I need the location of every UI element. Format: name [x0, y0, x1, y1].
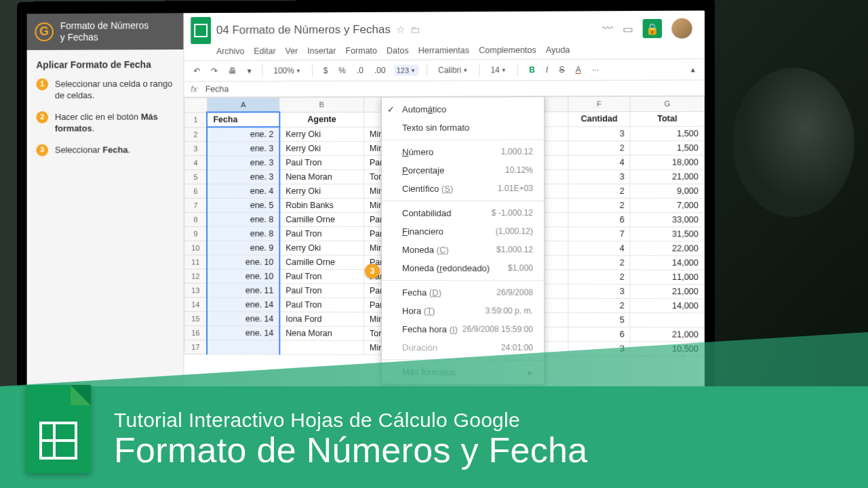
star-icon[interactable]: ☆	[396, 24, 405, 36]
cell[interactable]: Paul Tron	[279, 226, 363, 241]
activity-icon[interactable]: 〰	[602, 22, 613, 35]
fmt-plain-text[interactable]: Texto sin formato	[382, 118, 544, 137]
row-header[interactable]: 14	[184, 298, 208, 312]
zoom-select[interactable]: 100%▼	[271, 64, 303, 77]
cell[interactable]: 2	[568, 256, 631, 270]
cell[interactable]: Paul Tron	[279, 298, 363, 312]
cell[interactable]: ene. 3	[208, 170, 280, 184]
cell[interactable]: 3	[568, 126, 631, 141]
font-select[interactable]: Calibri ▼	[435, 63, 471, 77]
row-header[interactable]: 6	[184, 184, 208, 199]
cell[interactable]: 2	[568, 198, 631, 212]
cell[interactable]: 5	[568, 312, 631, 327]
cell[interactable]: ene. 9	[208, 241, 280, 255]
row-header[interactable]: 13	[184, 283, 208, 298]
fmt-scientific[interactable]: Científico (S)1.01E+03	[382, 180, 544, 198]
cell[interactable]: Nena Moran	[279, 326, 363, 340]
comments-icon[interactable]: ▭	[623, 22, 633, 35]
cell[interactable]: 2	[568, 298, 631, 312]
percent-button[interactable]: %	[336, 64, 349, 77]
toolbar-more-button[interactable]: ···	[589, 63, 601, 77]
fmt-accounting[interactable]: Contabilidad$ -1,000.12	[382, 204, 544, 222]
cell[interactable]: 7	[568, 227, 631, 241]
redo-button[interactable]: ↷	[208, 64, 220, 78]
decrease-decimal-button[interactable]: .0	[354, 64, 366, 77]
cell[interactable]: ene. 14	[208, 298, 280, 312]
strike-button[interactable]: S	[556, 63, 567, 77]
sheets-logo-icon[interactable]	[191, 17, 211, 44]
cell[interactable]: 3	[568, 284, 631, 298]
cell[interactable]: ene. 2	[208, 127, 280, 142]
document-title[interactable]: 04 Formato de Números y Fechas ☆ 🗀	[216, 22, 597, 37]
undo-button[interactable]: ↶	[191, 64, 203, 78]
cell[interactable]: 4	[568, 155, 631, 169]
col-header-A[interactable]: A	[208, 98, 280, 113]
cell[interactable]: Kerry Oki	[279, 184, 363, 198]
menu-insertar[interactable]: Insertar	[307, 46, 336, 56]
formula-value[interactable]: Fecha	[205, 85, 229, 94]
currency-button[interactable]: $	[321, 64, 331, 77]
row-header[interactable]: 16	[184, 326, 208, 340]
fmt-datetime[interactable]: Fecha hora (I)26/9/2008 15:59:00	[382, 320, 544, 339]
cell[interactable]: 3	[568, 169, 631, 184]
cell[interactable]: Total	[630, 111, 704, 126]
text-color-button[interactable]: A	[573, 63, 584, 77]
cell[interactable]: 33,000	[630, 213, 704, 227]
row-header[interactable]: 11	[184, 255, 208, 269]
cell[interactable]: Paul Tron	[279, 155, 363, 169]
cell[interactable]: 4	[568, 241, 631, 256]
menu-datos[interactable]: Datos	[387, 46, 409, 56]
fmt-financial[interactable]: Financiero(1,000.12)	[382, 222, 544, 241]
cell[interactable]: Paul Tron	[279, 283, 363, 298]
collapse-toolbar-icon[interactable]: ▴	[688, 62, 698, 76]
cell[interactable]: 2	[568, 184, 631, 198]
increase-decimal-button[interactable]: .00	[372, 64, 389, 77]
cell[interactable]: Nena Moran	[279, 169, 363, 184]
cell[interactable]: ene. 3	[208, 142, 280, 156]
paint-format-button[interactable]: ▾	[245, 64, 254, 78]
cell[interactable]: ene. 3	[208, 156, 280, 170]
cell[interactable]: Kerry Oki	[279, 141, 363, 155]
folder-icon[interactable]: 🗀	[410, 24, 420, 35]
menu-ayuda[interactable]: Ayuda	[546, 45, 570, 55]
cell[interactable]: ene. 14	[208, 326, 280, 340]
menu-herramientas[interactable]: Herramientas	[418, 45, 469, 55]
print-button[interactable]: 🖶	[226, 64, 239, 78]
cell[interactable]: ene. 10	[208, 255, 280, 269]
cell[interactable]: Iona Ford	[279, 312, 363, 326]
grid-area[interactable]: A B F G 1 Fecha Agente O… Cantidad	[184, 96, 705, 392]
cell[interactable]: Agente	[279, 112, 363, 127]
menu-formato[interactable]: Formato	[346, 46, 378, 56]
row-header[interactable]: 10	[184, 241, 208, 255]
cell[interactable]: ene. 10	[208, 269, 280, 283]
cell[interactable]: 2	[568, 270, 631, 284]
fmt-automatic[interactable]: ✓Automático	[382, 100, 544, 119]
cell[interactable]: 11,000	[630, 270, 704, 284]
cell[interactable]: 9,000	[630, 184, 704, 198]
cell[interactable]: ene. 11	[208, 283, 280, 298]
row-header[interactable]: 2	[184, 127, 208, 141]
cell[interactable]: 1,500	[630, 141, 704, 155]
fmt-date[interactable]: Fecha (D)26/9/2008	[382, 283, 544, 302]
row-header[interactable]: 3	[184, 142, 208, 156]
row-header[interactable]: 8	[184, 212, 208, 226]
cell[interactable]: Robin Banks	[279, 198, 363, 212]
formula-bar[interactable]: fx Fecha	[184, 80, 705, 97]
cell[interactable]: 21,000	[630, 327, 704, 342]
cell[interactable]: 18,000	[630, 155, 704, 169]
more-formats-button[interactable]: 123▼	[394, 65, 418, 76]
select-all-corner[interactable]	[184, 98, 208, 112]
cell[interactable]: 14,000	[630, 256, 704, 270]
row-header[interactable]: 7	[184, 199, 208, 213]
cell[interactable]: 22,000	[630, 241, 704, 256]
fmt-currency-rounded[interactable]: Moneda (redondeado)$1,000	[382, 259, 544, 277]
row-header[interactable]: 12	[184, 269, 208, 283]
italic-button[interactable]: I	[543, 63, 551, 77]
cell[interactable]	[630, 313, 704, 328]
cell[interactable]: 1,500	[630, 126, 704, 141]
row-header[interactable]: 9	[184, 226, 208, 241]
row-header[interactable]: 5	[184, 170, 208, 184]
cell[interactable]: 6	[568, 213, 631, 227]
fmt-percent[interactable]: Porcentaje10.12%	[382, 161, 544, 180]
cell[interactable]: 6	[568, 327, 631, 341]
